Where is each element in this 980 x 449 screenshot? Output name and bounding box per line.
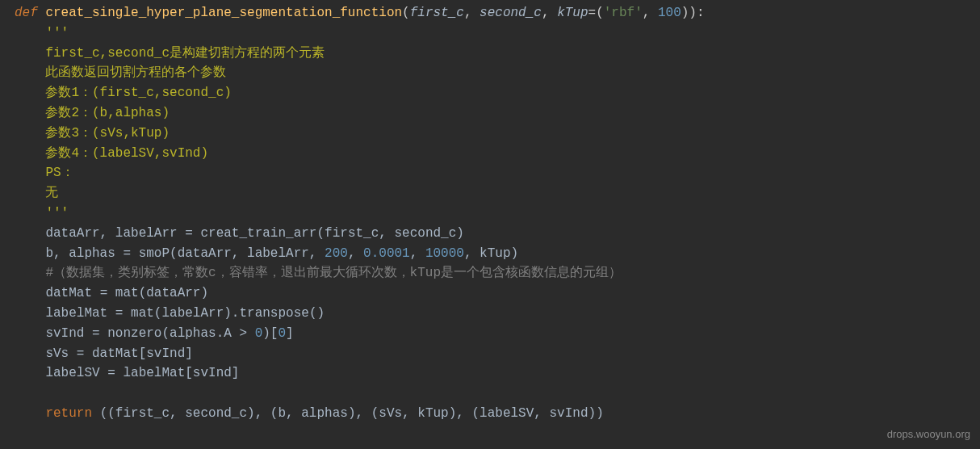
keyword-return: return bbox=[15, 406, 100, 421]
keyword-def: def bbox=[15, 6, 45, 20]
code-line: svInd = nonzero(alphas.A > 0)[0] bbox=[15, 326, 294, 341]
code-line-return: return ((first_c, second_c), (b, alphas)… bbox=[15, 406, 604, 421]
function-name: creat_single_hyper_plane_segmentation_fu… bbox=[45, 6, 402, 20]
docstring-line: PS： bbox=[15, 166, 74, 180]
code-line: labelSV = labelMat[svInd] bbox=[15, 366, 239, 380]
comment-line: #（数据集，类别标签，常数c，容错率，退出前最大循环次数，kTup是一个包含核函… bbox=[15, 266, 622, 280]
docstring-open: ''' bbox=[15, 26, 69, 40]
param-second-c: second_c bbox=[480, 6, 542, 20]
code-line: labelMat = mat(labelArr).transpose() bbox=[15, 306, 325, 321]
code-line: datMat = mat(dataArr) bbox=[15, 286, 208, 300]
string-literal: 'rbf' bbox=[604, 6, 643, 20]
code-line: b, alphas = smoP(dataArr, labelArr, 200,… bbox=[15, 246, 518, 261]
watermark-text: drops.wooyun.org bbox=[887, 426, 970, 443]
code-line: dataArr, labelArr = creat_train_arr(firs… bbox=[15, 226, 464, 241]
docstring-line: 无 bbox=[15, 186, 58, 200]
code-line: sVs = datMat[svInd] bbox=[15, 346, 193, 361]
docstring-line: 参数2：(b,alphas) bbox=[15, 106, 170, 120]
code-editor[interactable]: def creat_single_hyper_plane_segmentatio… bbox=[0, 3, 980, 424]
param-ktup: kTup bbox=[557, 6, 588, 20]
docstring-line: 参数3：(sVs,kTup) bbox=[15, 126, 170, 141]
docstring-line: 此函数返回切割方程的各个参数 bbox=[15, 65, 226, 80]
param-first-c: first_c bbox=[410, 6, 464, 20]
code-line-1: def creat_single_hyper_plane_segmentatio… bbox=[15, 6, 705, 20]
docstring-close: ''' bbox=[15, 206, 69, 220]
number-literal: 100 bbox=[658, 6, 681, 20]
docstring-line: 参数4：(labelSV,svInd) bbox=[15, 146, 208, 161]
docstring-line: first_c,second_c是构建切割方程的两个元素 bbox=[15, 46, 325, 61]
docstring-line: 参数1：(first_c,second_c) bbox=[15, 86, 232, 100]
